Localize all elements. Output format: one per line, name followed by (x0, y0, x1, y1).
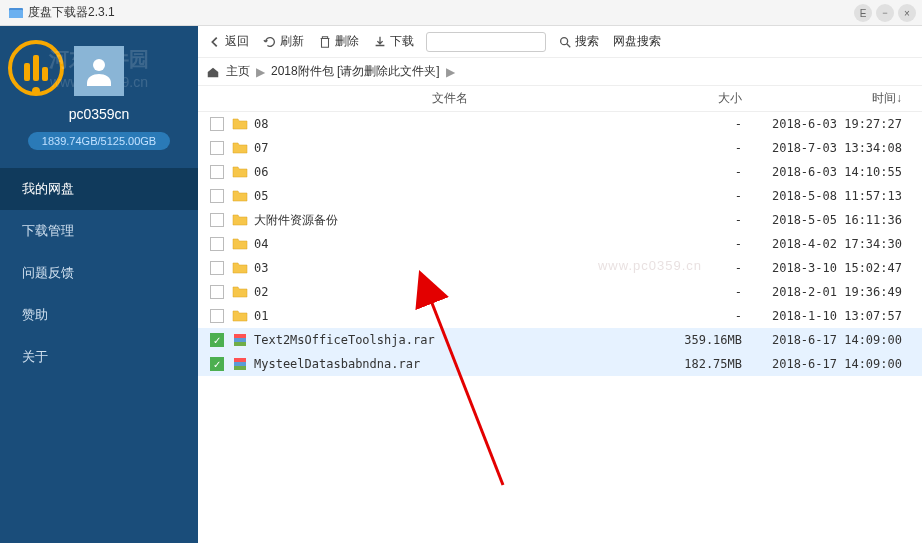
breadcrumb-home[interactable]: 主页 (226, 63, 250, 80)
file-size: - (652, 189, 742, 203)
avatar (74, 46, 124, 96)
search-label: 搜索 (575, 33, 599, 50)
download-button[interactable]: 下载 (371, 33, 416, 50)
file-size: - (652, 165, 742, 179)
header-time[interactable]: 时间↓ (742, 90, 912, 107)
file-name: 05 (254, 189, 652, 203)
file-row[interactable]: 07-2018-7-03 13:34:08 (198, 136, 922, 160)
back-label: 返回 (225, 33, 249, 50)
checkbox[interactable] (210, 165, 224, 179)
file-row[interactable]: MysteelDatasbabndna.rar182.75MB2018-6-17… (198, 352, 922, 376)
file-name: 08 (254, 117, 652, 131)
pan-search-label: 网盘搜索 (613, 33, 661, 50)
close-button[interactable]: × (898, 4, 916, 22)
file-time: 2018-2-01 19:36:49 (742, 285, 912, 299)
toolbar: 返回 刷新 删除 下载 搜索 网盘搜索 (198, 26, 922, 58)
checkbox[interactable] (210, 237, 224, 251)
search-input[interactable] (426, 32, 546, 52)
archive-icon (232, 332, 248, 348)
e-button[interactable]: E (854, 4, 872, 22)
sidebar-item[interactable]: 我的网盘 (0, 168, 198, 210)
back-icon (208, 35, 222, 49)
app-icon (8, 5, 24, 21)
file-size: 359.16MB (652, 333, 742, 347)
minimize-button[interactable]: － (876, 4, 894, 22)
checkbox[interactable] (210, 213, 224, 227)
checkbox[interactable] (210, 141, 224, 155)
sidebar-item[interactable]: 下载管理 (0, 210, 198, 252)
file-time: 2018-5-08 11:57:13 (742, 189, 912, 203)
trash-icon (318, 35, 332, 49)
checkbox[interactable] (210, 309, 224, 323)
file-row[interactable]: 04-2018-4-02 17:34:30 (198, 232, 922, 256)
file-time: 2018-3-10 15:02:47 (742, 261, 912, 275)
username: pc0359cn (0, 106, 198, 122)
file-row[interactable]: 大附件资源备份-2018-5-05 16:11:36 (198, 208, 922, 232)
folder-icon (232, 116, 248, 132)
file-name: 大附件资源备份 (254, 212, 652, 229)
checkbox[interactable] (210, 261, 224, 275)
back-button[interactable]: 返回 (206, 33, 251, 50)
header-name[interactable]: 文件名 (248, 90, 652, 107)
titlebar: 度盘下载器2.3.1 E － × (0, 0, 922, 26)
storage-badge: 1839.74GB/5125.00GB (28, 132, 170, 150)
file-row[interactable]: 05-2018-5-08 11:57:13 (198, 184, 922, 208)
file-row[interactable]: 06-2018-6-03 14:10:55 (198, 160, 922, 184)
file-time: 2018-4-02 17:34:30 (742, 237, 912, 251)
file-size: - (652, 285, 742, 299)
file-size: - (652, 117, 742, 131)
header-size[interactable]: 大小 (652, 90, 742, 107)
file-size: - (652, 237, 742, 251)
checkbox[interactable] (210, 357, 224, 371)
folder-icon (232, 236, 248, 252)
file-size: - (652, 141, 742, 155)
file-name: 03 (254, 261, 652, 275)
checkbox[interactable] (210, 117, 224, 131)
svg-rect-5 (234, 338, 246, 342)
svg-point-3 (561, 37, 568, 44)
checkbox[interactable] (210, 189, 224, 203)
checkbox[interactable] (210, 285, 224, 299)
file-row[interactable]: 01-2018-1-10 13:07:57 (198, 304, 922, 328)
folder-icon (232, 284, 248, 300)
folder-icon (232, 308, 248, 324)
file-time: 2018-6-17 14:09:00 (742, 333, 912, 347)
home-icon[interactable] (206, 65, 220, 79)
user-box: pc0359cn 1839.74GB/5125.00GB (0, 26, 198, 150)
search-button[interactable]: 搜索 (556, 33, 601, 50)
file-name: 01 (254, 309, 652, 323)
delete-button[interactable]: 删除 (316, 33, 361, 50)
file-row[interactable]: 02-2018-2-01 19:36:49 (198, 280, 922, 304)
window-title: 度盘下载器2.3.1 (28, 4, 115, 21)
window-controls: E － × (854, 4, 916, 22)
search-icon (558, 35, 572, 49)
svg-rect-9 (234, 366, 246, 370)
file-name: 06 (254, 165, 652, 179)
sidebar-item[interactable]: 问题反馈 (0, 252, 198, 294)
file-time: 2018-1-10 13:07:57 (742, 309, 912, 323)
svg-rect-1 (9, 10, 23, 18)
file-size: - (652, 213, 742, 227)
download-label: 下载 (390, 33, 414, 50)
breadcrumb-folder[interactable]: 2018附件包 [请勿删除此文件夹] (271, 63, 440, 80)
sidebar: 河东软件园 www.pc0359.cn pc0359cn 1839.74GB/5… (0, 26, 198, 543)
folder-icon (232, 164, 248, 180)
file-time: 2018-7-03 13:34:08 (742, 141, 912, 155)
delete-label: 删除 (335, 33, 359, 50)
breadcrumb-sep: ▶ (256, 65, 265, 79)
file-row[interactable]: Text2MsOfficeToolshja.rar359.16MB2018-6-… (198, 328, 922, 352)
file-row[interactable]: 03-2018-3-10 15:02:47 (198, 256, 922, 280)
sidebar-item[interactable]: 关于 (0, 336, 198, 378)
file-row[interactable]: 08-2018-6-03 19:27:27 (198, 112, 922, 136)
file-time: 2018-6-03 19:27:27 (742, 117, 912, 131)
sidebar-item[interactable]: 赞助 (0, 294, 198, 336)
checkbox[interactable] (210, 333, 224, 347)
folder-icon (232, 212, 248, 228)
refresh-button[interactable]: 刷新 (261, 33, 306, 50)
archive-icon (232, 356, 248, 372)
file-name: 07 (254, 141, 652, 155)
refresh-icon (263, 35, 277, 49)
svg-rect-6 (234, 342, 246, 346)
pan-search-button[interactable]: 网盘搜索 (611, 33, 663, 50)
folder-icon (232, 188, 248, 204)
